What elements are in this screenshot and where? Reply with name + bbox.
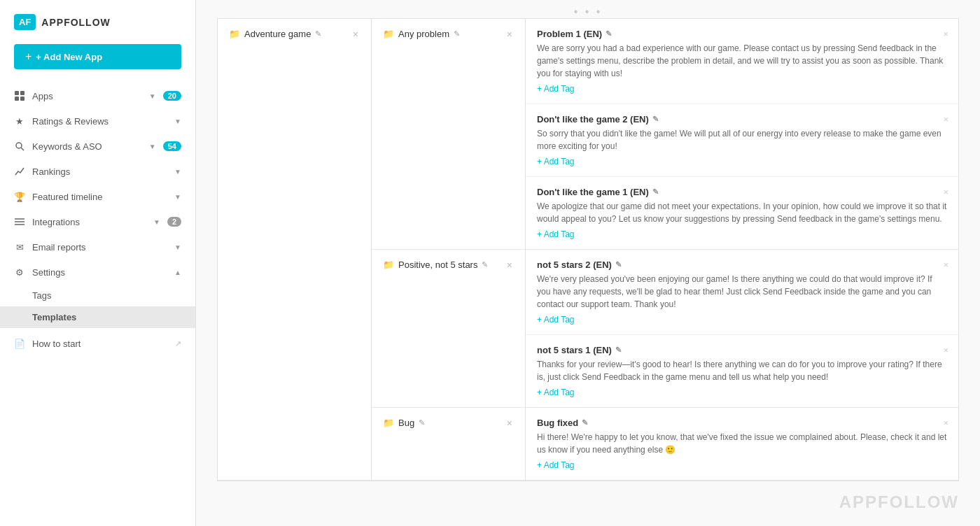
folder-name-adventure: Adventure game	[244, 29, 311, 39]
add-tag-problem1[interactable]: + Add Tag	[537, 84, 575, 94]
sidebar-logo: AF APPFOLLOW	[0, 14, 195, 44]
topic-positive-not5: 📁 Positive, not 5 stars ✎ ×	[372, 250, 526, 408]
svg-rect-0	[15, 91, 19, 95]
keywords-label: Keywords & ASO	[32, 141, 141, 152]
sidebar-item-ratings[interactable]: ★ Ratings & Reviews ▼	[0, 108, 195, 134]
edit-template-dontlike1[interactable]: ✎	[652, 187, 659, 197]
template-title-dontlike2: Don't like the game 2 (EN) ✎	[537, 114, 947, 125]
integrations-label: Integrations	[32, 217, 145, 227]
topic-name-positive: Positive, not 5 stars	[398, 260, 477, 270]
edit-template-not5stars1[interactable]: ✎	[615, 346, 622, 355]
close-template-dontlike2[interactable]: ×	[943, 114, 948, 125]
template-title-not5stars1: not 5 stars 1 (EN) ✎	[537, 345, 947, 355]
close-template-not5stars2[interactable]: ×	[943, 260, 948, 270]
email-arrow: ▼	[174, 243, 181, 251]
doc-icon: 📄	[14, 338, 25, 349]
edit-icon-positive[interactable]: ✎	[482, 260, 488, 269]
template-entry-not5stars1: × not 5 stars 1 (EN) ✎ Thanks for your r…	[526, 335, 958, 407]
apps-badge: 20	[163, 91, 181, 101]
svg-rect-2	[15, 97, 19, 101]
template-entry-problem1: × Problem 1 (EN) ✎ We are sorry you had …	[526, 19, 958, 104]
grid-icon	[14, 90, 25, 101]
integrations-badge: 2	[167, 217, 181, 227]
star-icon: ★	[14, 115, 25, 127]
add-tag-not5stars1[interactable]: + Add Tag	[537, 388, 575, 397]
tags-label: Tags	[32, 290, 51, 301]
add-tag-dontlike2[interactable]: + Add Tag	[537, 157, 575, 166]
ratings-label: Ratings & Reviews	[32, 116, 166, 127]
template-list-any-problem: × Problem 1 (EN) ✎ We are sorry you had …	[526, 19, 958, 250]
svg-line-5	[21, 148, 24, 150]
template-body-dontlike1: We apologize that our game did not meet …	[537, 200, 947, 225]
svg-point-4	[16, 143, 22, 148]
template-body-not5stars1: Thanks for your review—it's good to hear…	[537, 358, 947, 383]
chart-icon	[14, 166, 25, 177]
sidebar-sub-templates[interactable]: Templates	[0, 306, 195, 328]
search-icon	[14, 141, 25, 152]
sidebar-item-featured[interactable]: 🏆 Featured timeline ▼	[0, 184, 195, 209]
plus-icon: +	[25, 50, 31, 63]
main-content: • • • 📁 Adventure game ✎ ×	[196, 0, 980, 526]
add-tag-not5stars2[interactable]: + Add Tag	[537, 315, 575, 325]
add-tag-bugfixed[interactable]: + Add Tag	[537, 460, 575, 470]
edit-template-bugfixed[interactable]: ✎	[582, 418, 588, 427]
template-title-problem1: Problem 1 (EN) ✎	[537, 29, 947, 39]
add-new-app-button[interactable]: + + Add New App	[14, 44, 181, 69]
close-template-dontlike1[interactable]: ×	[943, 187, 948, 197]
template-body-bugfixed: Hi there! We're happy to let you know, t…	[537, 431, 947, 456]
sidebar-item-email[interactable]: ✉ Email reports ▼	[0, 234, 195, 260]
sidebar-item-keywords[interactable]: Keywords & ASO ▼ 54	[0, 134, 195, 159]
grid-layout: 📁 Adventure game ✎ × 📁 Any problem ✎ ×	[218, 19, 958, 481]
featured-arrow: ▼	[174, 193, 181, 201]
rankings-arrow: ▼	[174, 168, 181, 176]
folder-icon-bug: 📁	[383, 418, 394, 428]
close-topic-any-problem[interactable]: ×	[505, 29, 514, 40]
settings-label: Settings	[32, 267, 166, 278]
integrations-arrow: ▼	[153, 218, 160, 226]
gear-icon: ⚙	[14, 266, 25, 278]
sidebar-item-integrations[interactable]: Integrations ▼ 2	[0, 209, 195, 234]
how-to-start-label: How to start	[32, 339, 168, 349]
template-list-bug: × Bug fixed ✎ Hi there! We're happy to l…	[526, 408, 958, 481]
folder-icon-positive: 📁	[383, 260, 394, 270]
bars-icon	[14, 216, 25, 227]
sidebar: AF APPFOLLOW + + Add New App Apps ▼ 20	[0, 0, 196, 526]
folder-icon-any-problem: 📁	[383, 29, 394, 39]
sidebar-item-apps[interactable]: Apps ▼ 20	[0, 83, 195, 108]
svg-rect-3	[20, 97, 24, 101]
template-body-problem1: We are sorry you had a bad experience wi…	[537, 42, 947, 80]
edit-icon-bug[interactable]: ✎	[419, 418, 425, 427]
add-tag-dontlike1[interactable]: + Add Tag	[537, 229, 575, 239]
sidebar-item-settings[interactable]: ⚙ Settings ▲	[0, 260, 195, 285]
envelope-icon: ✉	[14, 241, 25, 253]
template-entry-dontlike1: × Don't like the game 1 (EN) ✎ We apolog…	[526, 177, 958, 249]
svg-rect-1	[20, 91, 24, 95]
template-list-positive: × not 5 stars 2 (EN) ✎ We're very please…	[526, 250, 958, 408]
topic-bug: 📁 Bug ✎ ×	[372, 408, 526, 481]
close-template-not5stars1[interactable]: ×	[943, 345, 948, 355]
apps-arrow: ▼	[149, 92, 156, 100]
template-title-bugfixed: Bug fixed ✎	[537, 418, 947, 428]
close-topic-positive[interactable]: ×	[505, 260, 514, 271]
logo-text: APPFOLLOW	[41, 17, 110, 28]
trophy-icon: 🏆	[14, 191, 25, 202]
topic-any-problem: 📁 Any problem ✎ ×	[372, 19, 526, 250]
edit-template-dontlike2[interactable]: ✎	[652, 115, 659, 124]
close-folder-adventure[interactable]: ×	[351, 29, 360, 40]
sidebar-sub-tags[interactable]: Tags	[0, 285, 195, 306]
sidebar-item-how-to-start[interactable]: 📄 How to start ↗	[0, 331, 195, 356]
edit-template-not5stars2[interactable]: ✎	[615, 260, 622, 269]
topic-name-bug: Bug	[398, 418, 414, 428]
templates-label: Templates	[32, 312, 76, 322]
template-title-not5stars2: not 5 stars 2 (EN) ✎	[537, 260, 947, 270]
template-body-dontlike2: So sorry that you didn't like the game! …	[537, 127, 947, 152]
template-entry-not5stars2: × not 5 stars 2 (EN) ✎ We're very please…	[526, 250, 958, 335]
keywords-badge: 54	[163, 141, 181, 151]
edit-icon-adventure[interactable]: ✎	[315, 29, 321, 38]
close-template-problem1[interactable]: ×	[943, 29, 948, 39]
sidebar-item-rankings[interactable]: Rankings ▼	[0, 159, 195, 184]
edit-icon-any-problem[interactable]: ✎	[454, 29, 460, 38]
close-template-bugfixed[interactable]: ×	[943, 418, 948, 428]
close-topic-bug[interactable]: ×	[505, 418, 514, 429]
edit-template-problem1[interactable]: ✎	[606, 29, 612, 38]
